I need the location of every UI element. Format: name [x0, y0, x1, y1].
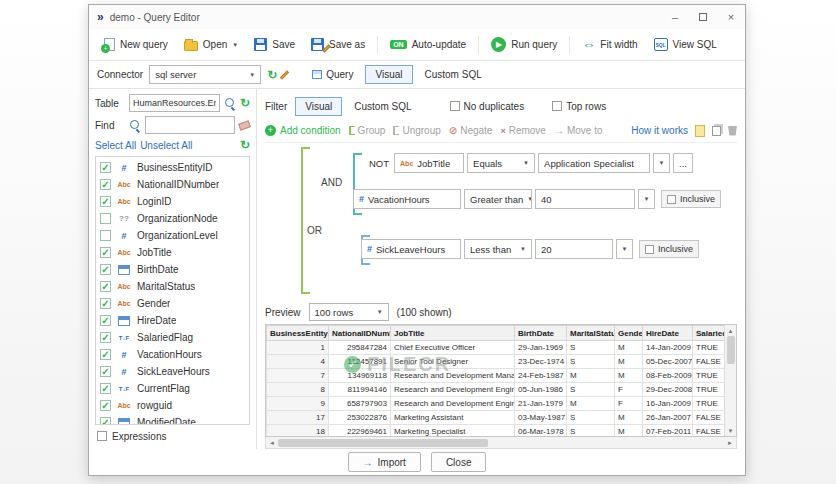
grid-cell[interactable]: Chief Executive Officer [391, 341, 515, 355]
field-checkbox[interactable]: ✓ [100, 281, 111, 292]
field-row[interactable]: ✓HireDate [96, 312, 249, 329]
eraser-icon[interactable] [238, 120, 251, 130]
open-button[interactable]: Open ▼ [177, 35, 245, 54]
field-checkbox[interactable]: ✓ [100, 162, 111, 173]
grid-cell[interactable]: S [567, 341, 615, 355]
column-header[interactable]: SalariedFla [693, 326, 725, 341]
close-dialog-button[interactable]: Close [431, 452, 487, 472]
table-row[interactable]: 7134969118Research and Development Manag… [267, 369, 725, 383]
vertical-scrollbar[interactable]: ▲ ▼ [724, 325, 736, 436]
tab-query[interactable]: Query [302, 65, 363, 84]
field-checkbox[interactable]: ✓ [100, 417, 111, 425]
field-row[interactable]: ✓AbcNationalIDNumber [96, 176, 249, 193]
tab-visual[interactable]: Visual [365, 65, 412, 84]
condition-field-chip[interactable]: #VacationHours [353, 189, 461, 209]
view-sql-button[interactable]: SQL View SQL [647, 35, 724, 54]
field-row[interactable]: ??OrganizationNode [96, 210, 249, 227]
field-checkbox[interactable]: ✓ [100, 383, 111, 394]
field-row[interactable]: ✓AbcGender [96, 295, 249, 312]
table-row[interactable]: 4112457891Senior Tool Designer23-Dec-197… [267, 355, 725, 369]
grid-cell[interactable]: 658797903 [329, 397, 391, 411]
grid-cell[interactable]: TRUE [693, 383, 725, 397]
scroll-up-icon[interactable]: ▲ [728, 325, 734, 336]
grid-cell[interactable]: 222969461 [329, 425, 391, 437]
field-row[interactable]: ✓ModifiedDate [96, 414, 249, 425]
operator-select[interactable]: Greater than▼ [464, 189, 532, 209]
grid-cell[interactable]: S [567, 411, 615, 425]
grid-cell[interactable]: M [615, 369, 643, 383]
grid-cell[interactable]: 134969118 [329, 369, 391, 383]
scroll-left-icon[interactable]: ◄ [266, 440, 278, 446]
remove-button[interactable]: ×Remove [500, 125, 546, 136]
top-rows-option[interactable]: Top rows [552, 101, 606, 112]
table-row[interactable]: 18222969461Marketing Specialist06-Mar-19… [267, 425, 725, 437]
field-checkbox[interactable] [100, 213, 111, 224]
save-as-button[interactable]: Save as [304, 35, 372, 54]
field-row[interactable]: ✓AbcLoginID [96, 193, 249, 210]
negate-button[interactable]: ⊘Negate [449, 125, 493, 136]
grid-cell[interactable]: M [615, 355, 643, 369]
grid-cell[interactable]: FALSE [693, 355, 725, 369]
inclusive-option[interactable]: Inclusive [661, 190, 721, 208]
run-query-button[interactable]: ▶ Run query [484, 34, 564, 55]
grid-cell[interactable]: M [615, 425, 643, 437]
field-checkbox[interactable]: ✓ [100, 196, 111, 207]
value-dropdown-button[interactable]: ▼ [616, 239, 633, 259]
no-duplicates-option[interactable]: No duplicates [450, 101, 525, 112]
field-checkbox[interactable]: ✓ [100, 366, 111, 377]
field-checkbox[interactable] [100, 230, 111, 241]
condition-value-input[interactable]: 40 [535, 189, 635, 209]
field-row[interactable]: ✓BirthDate [96, 261, 249, 278]
grid-cell[interactable]: 811994146 [329, 383, 391, 397]
grid-cell[interactable]: TRUE [693, 369, 725, 383]
grid-cell[interactable]: 4 [267, 355, 329, 369]
grid-cell[interactable]: 08-Feb-2009 [643, 369, 693, 383]
minimize-button[interactable]: – [661, 5, 689, 29]
grid-cell[interactable]: S [567, 425, 615, 437]
grid-cell[interactable]: Marketing Specialist [391, 425, 515, 437]
search-icon[interactable] [224, 97, 236, 109]
grid-cell[interactable]: Research and Development Manager [391, 369, 515, 383]
grid-cell[interactable]: Research and Development Engineer [391, 397, 515, 411]
column-header[interactable]: HireDate [643, 326, 693, 341]
field-row[interactable]: ✓T↓FSalariedFlag [96, 329, 249, 346]
and-operator-label[interactable]: AND [321, 177, 342, 188]
grid-cell[interactable]: 06-Mar-1978 [515, 425, 567, 437]
grid-cell[interactable]: 8 [267, 383, 329, 397]
grid-cell[interactable]: 26-Jan-2007 [643, 411, 693, 425]
grid-cell[interactable]: 253022876 [329, 411, 391, 425]
ungroup-button[interactable]: Ungroup [393, 125, 440, 136]
field-checkbox[interactable]: ✓ [100, 247, 111, 258]
table-row[interactable]: 17253022876Marketing Assistant03-May-198… [267, 411, 725, 425]
column-header[interactable]: BirthDate [515, 326, 567, 341]
filter-tab-custom-sql[interactable]: Custom SQL [344, 97, 421, 116]
horizontal-scrollbar[interactable]: ◄ ► [265, 437, 737, 449]
table-row[interactable]: 9658797903Research and Development Engin… [267, 397, 725, 411]
field-row[interactable]: ✓T↓FCurrentFlag [96, 380, 249, 397]
grid-cell[interactable]: TRUE [693, 397, 725, 411]
inclusive-checkbox[interactable] [645, 245, 654, 254]
find-input[interactable] [145, 116, 235, 134]
fit-width-button[interactable]: ⇔ Fit width [575, 34, 644, 55]
fields-refresh-icon[interactable]: ↻ [240, 138, 250, 152]
value-dropdown-button[interactable]: ▼ [638, 189, 655, 209]
grid-cell[interactable]: 07-Feb-2011 [643, 425, 693, 437]
field-checkbox[interactable]: ✓ [100, 315, 111, 326]
grid-cell[interactable]: TRUE [693, 341, 725, 355]
grid-cell[interactable]: FALSE [693, 411, 725, 425]
filter-tab-visual[interactable]: Visual [295, 97, 342, 116]
grid-cell[interactable]: M [567, 397, 615, 411]
grid-cell[interactable]: 29-Dec-2008 [643, 383, 693, 397]
table-refresh-icon[interactable]: ↻ [240, 96, 250, 110]
note-icon[interactable] [695, 125, 705, 137]
grid-cell[interactable]: 05-Jun-1986 [515, 383, 567, 397]
field-row[interactable]: ✓#BusinessEntityID [96, 159, 249, 176]
grid-cell[interactable]: F [615, 397, 643, 411]
connector-refresh-icon[interactable]: ↻ [267, 68, 277, 82]
select-all-link[interactable]: Select All [95, 140, 136, 151]
field-row[interactable]: ✓#SickLeaveHours [96, 363, 249, 380]
field-row[interactable]: ✓#VacationHours [96, 346, 249, 363]
scroll-down-icon[interactable]: ▼ [728, 425, 734, 436]
grid-cell[interactable]: Marketing Assistant [391, 411, 515, 425]
unselect-all-link[interactable]: Unselect All [140, 140, 192, 151]
